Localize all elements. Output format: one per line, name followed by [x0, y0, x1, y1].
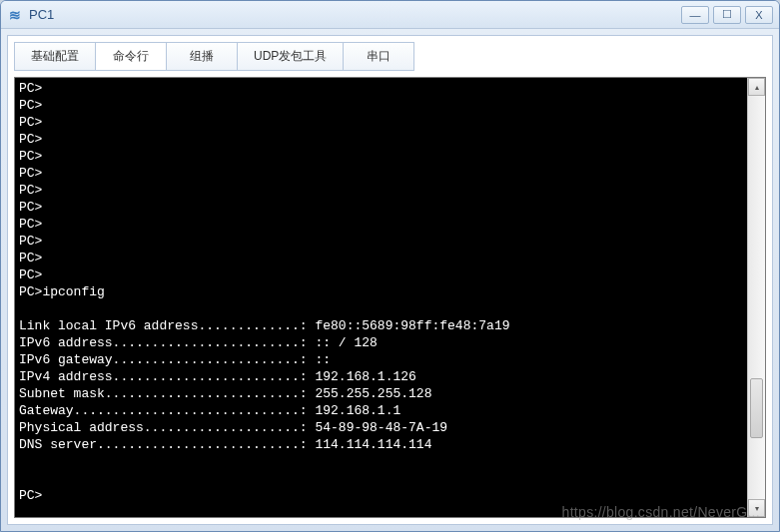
- tab-cli[interactable]: 命令行: [95, 42, 167, 71]
- scroll-track[interactable]: [748, 96, 765, 499]
- minimize-button[interactable]: —: [681, 6, 709, 24]
- tab-multicast[interactable]: 组播: [166, 42, 238, 71]
- tab-serial[interactable]: 串口: [343, 42, 414, 71]
- scroll-thumb[interactable]: [750, 378, 763, 438]
- tab-label: 串口: [367, 49, 390, 63]
- tab-basic-config[interactable]: 基础配置: [14, 42, 96, 71]
- tab-label: 命令行: [113, 49, 149, 63]
- scrollbar-vertical[interactable]: ▴ ▾: [747, 78, 765, 517]
- close-button[interactable]: X: [745, 6, 773, 24]
- tab-udp-tool[interactable]: UDP发包工具: [237, 42, 344, 71]
- terminal-container: PC> PC> PC> PC> PC> PC> PC> PC> PC> PC> …: [14, 77, 766, 518]
- titlebar: ≋ PC1 — ☐ X: [1, 1, 779, 29]
- scroll-down-button[interactable]: ▾: [748, 499, 765, 517]
- minimize-icon: —: [690, 9, 701, 21]
- app-icon: ≋: [7, 7, 23, 23]
- chevron-down-icon: ▾: [755, 504, 759, 513]
- chevron-up-icon: ▴: [755, 83, 759, 92]
- terminal[interactable]: PC> PC> PC> PC> PC> PC> PC> PC> PC> PC> …: [15, 78, 747, 517]
- window-title: PC1: [29, 7, 677, 22]
- app-window: ≋ PC1 — ☐ X 基础配置 命令行 组播 UDP发包工具 串口 PC> P…: [0, 0, 780, 532]
- scroll-up-button[interactable]: ▴: [748, 78, 765, 96]
- body-area: 基础配置 命令行 组播 UDP发包工具 串口 PC> PC> PC> PC> P…: [7, 35, 773, 525]
- tab-label: 基础配置: [31, 49, 79, 63]
- maximize-icon: ☐: [722, 8, 732, 21]
- maximize-button[interactable]: ☐: [713, 6, 741, 24]
- close-icon: X: [755, 9, 762, 21]
- tab-label: 组播: [190, 49, 214, 63]
- tab-label: UDP发包工具: [254, 49, 327, 63]
- tab-bar: 基础配置 命令行 组播 UDP发包工具 串口: [8, 36, 772, 71]
